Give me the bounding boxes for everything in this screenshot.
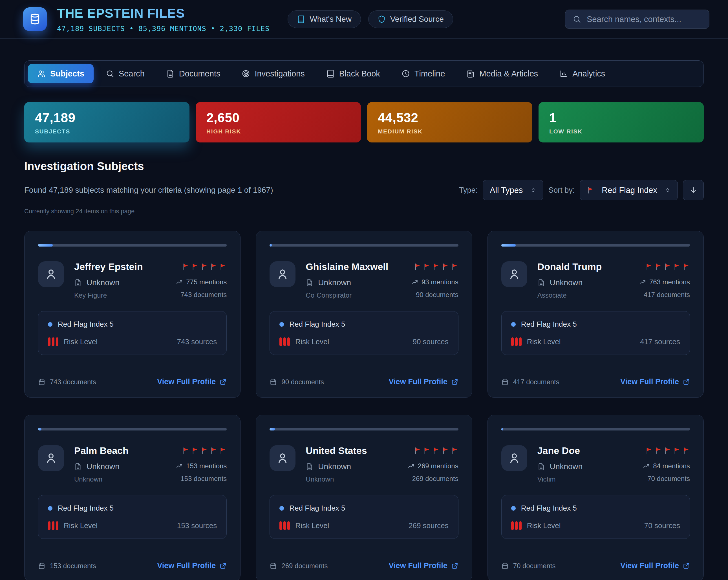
subject-alias: Unknown — [550, 462, 583, 471]
tab-search[interactable]: Search — [97, 64, 154, 83]
red-flag-icon — [673, 263, 681, 271]
footer-documents-count: 269 documents — [281, 562, 328, 570]
view-full-profile-link[interactable]: View Full Profile — [157, 377, 227, 386]
red-flag-icon — [414, 447, 421, 454]
tab-media-articles[interactable]: Media & Articles — [457, 64, 547, 83]
subject-alias: Unknown — [86, 278, 120, 287]
stat-value: 1 — [549, 110, 693, 125]
risk-bars-icon — [511, 521, 522, 530]
sources-count: 269 sources — [409, 521, 449, 530]
red-flags — [176, 447, 227, 454]
sort-direction-button[interactable] — [683, 180, 704, 200]
tab-black-book[interactable]: Black Book — [317, 64, 389, 83]
stat-card-high-risk[interactable]: 2,650 HIGH RISK — [196, 102, 361, 143]
type-filter-value: All Types — [490, 186, 523, 195]
view-full-profile-link[interactable]: View Full Profile — [620, 377, 690, 386]
tab-timeline[interactable]: Timeline — [392, 64, 454, 83]
red-flag-icon — [664, 263, 671, 271]
subject-alias: Unknown — [318, 462, 351, 471]
stat-label: SUBJECTS — [35, 128, 179, 135]
tab-subjects[interactable]: Subjects — [28, 64, 94, 83]
risk-summary-box: Red Flag Index 5 Risk Level 70 sources — [501, 495, 690, 539]
trending-up-icon — [411, 279, 418, 286]
red-flag-icon — [423, 263, 431, 271]
stat-card-low-risk[interactable]: 1 LOW RISK — [539, 102, 704, 143]
document-icon — [538, 279, 545, 286]
red-flag-icon — [654, 447, 662, 454]
mentions-progress-fill — [38, 428, 42, 430]
mentions-progress-fill — [501, 244, 516, 247]
red-flags — [643, 447, 690, 454]
red-flag-icon — [654, 263, 662, 271]
page-note: Currently showing 24 items on this page — [24, 208, 704, 215]
avatar — [38, 445, 64, 471]
search-icon — [573, 15, 581, 23]
risk-bars-icon — [48, 337, 58, 346]
external-link-icon — [451, 378, 459, 386]
view-full-profile-link[interactable]: View Full Profile — [389, 377, 459, 386]
index-dot-icon — [279, 322, 284, 327]
tab-analytics[interactable]: Analytics — [550, 64, 614, 83]
card-footer: 743 documents View Full Profile — [38, 369, 227, 386]
subject-role: Victim — [538, 475, 643, 483]
risk-level-label: Risk Level — [295, 337, 329, 346]
search-box — [565, 9, 709, 29]
subject-card: Donald Trump Unknown Associate — [488, 231, 704, 398]
newspaper-icon — [466, 69, 475, 78]
external-link-icon — [219, 562, 227, 570]
subject-name: Ghislaine Maxwell — [306, 261, 411, 272]
sort-label: Sort by: — [548, 186, 575, 195]
subjects-grid: Jeffrey Epstein Unknown Key Figure — [24, 231, 704, 580]
red-flag-index-label: Red Flag Index 5 — [521, 320, 577, 329]
red-flag-icon — [451, 263, 459, 271]
type-filter-select[interactable]: All Types — [483, 180, 543, 200]
red-flag-icon — [673, 447, 681, 454]
bar-chart-icon — [560, 69, 568, 78]
tab-investigations[interactable]: Investigations — [232, 64, 314, 83]
sources-count: 153 sources — [177, 521, 217, 530]
documents-count: 70 documents — [643, 475, 690, 483]
red-flags — [176, 263, 227, 271]
stat-card-subjects[interactable]: 47,189 SUBJECTS — [24, 102, 189, 143]
document-icon — [538, 463, 545, 471]
tab-label: Search — [119, 69, 145, 78]
mentions-progress-fill — [269, 428, 275, 430]
view-full-profile-link[interactable]: View Full Profile — [389, 561, 459, 570]
subject-role: Key Figure — [74, 292, 176, 299]
trending-up-icon — [408, 463, 415, 470]
tab-label: Black Book — [339, 69, 380, 78]
red-flag-icon — [645, 447, 653, 454]
whats-new-button[interactable]: What's New — [288, 10, 361, 28]
red-flag-icon — [587, 186, 594, 194]
sources-count: 417 sources — [640, 337, 680, 346]
mentions-count: 775 mentions — [186, 278, 227, 286]
sort-select[interactable]: Red Flag Index — [580, 180, 678, 200]
document-icon — [306, 463, 313, 471]
subject-card: United States Unknown Unknown — [256, 415, 472, 580]
index-dot-icon — [48, 322, 52, 327]
external-link-icon — [451, 562, 459, 570]
chevron-updown-icon — [530, 187, 536, 193]
sort-value: Red Flag Index — [602, 186, 657, 195]
red-flag-icon — [182, 447, 189, 454]
mentions-count: 93 mentions — [421, 278, 459, 286]
tab-documents[interactable]: Documents — [157, 64, 230, 83]
tab-label: Documents — [179, 69, 220, 78]
index-dot-icon — [48, 506, 52, 511]
subject-card: Jane Doe Unknown Victim — [488, 415, 704, 580]
subject-card: Jeffrey Epstein Unknown Key Figure — [24, 231, 240, 398]
risk-level-label: Risk Level — [64, 521, 98, 530]
subject-name: Donald Trump — [538, 261, 639, 272]
results-summary: Found 47,189 subjects matching your crit… — [24, 186, 273, 195]
view-full-profile-link[interactable]: View Full Profile — [620, 561, 690, 570]
document-icon — [74, 279, 82, 286]
calendar-icon — [269, 378, 277, 386]
verified-source-button[interactable]: Verified Source — [368, 10, 453, 28]
search-input[interactable] — [587, 15, 702, 24]
risk-bars-icon — [279, 521, 290, 530]
view-full-profile-link[interactable]: View Full Profile — [157, 561, 227, 570]
red-flag-icon — [201, 263, 208, 271]
red-flag-index-label: Red Flag Index 5 — [58, 504, 114, 512]
mentions-progress-bar — [501, 244, 690, 247]
stat-card-medium-risk[interactable]: 44,532 MEDIUM RISK — [367, 102, 532, 143]
